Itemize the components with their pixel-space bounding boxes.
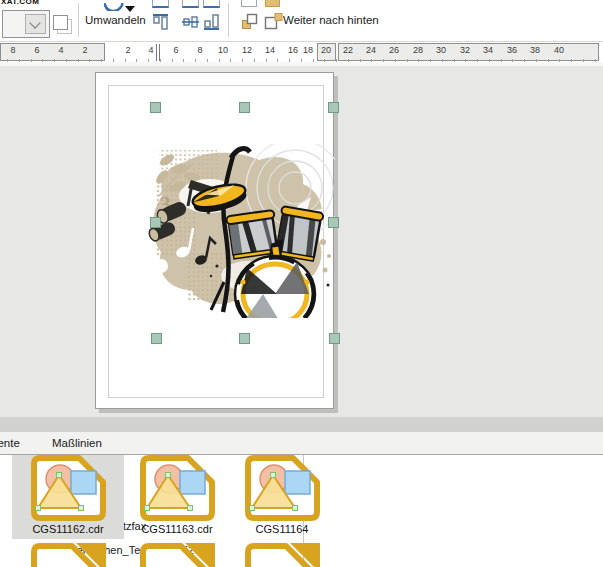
file-tile-partial[interactable] [226, 543, 338, 567]
ruler-number: 12 [242, 45, 252, 55]
umwandeln-label[interactable]: Umwandeln [85, 14, 146, 26]
ruler-number: 40 [554, 45, 564, 55]
ruler-number: 20 [321, 45, 331, 55]
file-name: CGS11164 [226, 523, 338, 535]
canvas-top-strip [0, 62, 603, 66]
chevron-down-icon [29, 17, 40, 28]
cdr-file-icon [139, 455, 215, 521]
ruler-number: 18 [303, 45, 313, 55]
tab-cut-left[interactable]: nente [0, 437, 20, 449]
file-tile[interactable]: CGS11164 [226, 455, 338, 539]
cut-toolbar-icon [265, 0, 280, 7]
selection-handle-top-right[interactable] [328, 102, 339, 113]
selection-handle-middle-left[interactable] [150, 217, 161, 228]
brand-watermark: XAT.COM [1, 0, 39, 6]
page-frame-icon [53, 15, 68, 30]
ruler-number: 10 [218, 45, 228, 55]
window-divider-band [0, 417, 603, 432]
ruler-number: 36 [507, 45, 517, 55]
toolbar-separator [78, 3, 79, 37]
ruler-number: 38 [530, 45, 540, 55]
combobox-dropdown-button[interactable] [25, 14, 46, 34]
ruler-number: 4 [58, 45, 63, 55]
ruler-number: 8 [197, 45, 202, 55]
cut-toolbar-icon [241, 0, 257, 7]
cdr-file-icon-folded [139, 543, 215, 567]
drum-illustration[interactable]: 3 [147, 144, 335, 318]
cut-toolbar-icon [182, 0, 199, 8]
selection-handle-middle-right[interactable] [328, 217, 339, 228]
ruler-number: 2 [125, 45, 130, 55]
selection-handle-bottom-left[interactable] [151, 333, 162, 344]
file-tile-partial[interactable] [121, 543, 233, 567]
cdr-file-icon [30, 455, 106, 521]
ruler-number: 32 [460, 45, 470, 55]
selection-handle-bottom-right[interactable] [329, 333, 340, 344]
selection-handle-top-middle[interactable] [239, 102, 250, 113]
property-toolbar: XAT.COM Umwandeln [0, 0, 603, 41]
dropdown-caret-icon[interactable] [125, 6, 135, 12]
ruler-number: 6 [173, 45, 178, 55]
horizontal-ruler[interactable]: 8642246810121416182022242628303234363840 [0, 41, 603, 64]
docker-tab-bar: nente Maßlinien [0, 432, 603, 455]
cut-toolbar-icon [152, 0, 169, 8]
coreldraw-window: { "toolbar": { "brand": "XAT.COM", "umwa… [0, 0, 603, 567]
tab-masslinien[interactable]: Maßlinien [52, 437, 102, 449]
selection-handle-top-left[interactable] [150, 102, 161, 113]
toolbar-separator [228, 3, 229, 37]
ruler-number: 28 [413, 45, 423, 55]
cdr-file-icon [244, 455, 320, 521]
file-name: CGS11162.cdr [12, 523, 124, 535]
align-bottom-button[interactable] [203, 13, 220, 30]
order-back-one-button[interactable] [241, 13, 258, 30]
align-top-button[interactable] [152, 13, 169, 30]
ruler-number: 2 [82, 45, 87, 55]
file-tile[interactable]: CGS11163.cdr [121, 455, 233, 539]
cut-toolbar-icon [203, 0, 220, 8]
file-browser-panel: DennisElsterFahrradFaxeViaFritzfaxFernse… [0, 455, 603, 567]
ruler-number: 34 [483, 45, 493, 55]
ruler-number: 14 [265, 45, 275, 55]
ruler-number: 22 [343, 45, 353, 55]
page-frame-button[interactable] [53, 15, 70, 32]
align-center-button[interactable] [182, 13, 199, 30]
ruler-number: 26 [389, 45, 399, 55]
file-name: CGS11163.cdr [121, 523, 233, 535]
ruler-number: 30 [436, 45, 446, 55]
ruler-number: 4 [148, 45, 153, 55]
value-combobox[interactable] [2, 10, 50, 38]
ruler-number: 6 [34, 45, 39, 55]
ruler-number: 24 [366, 45, 376, 55]
ruler-number: 16 [288, 45, 298, 55]
order-behind-button[interactable] [264, 13, 281, 30]
file-tile[interactable]: CGS11162.cdr [12, 455, 124, 539]
rotate-icon[interactable] [104, 0, 124, 11]
cdr-file-icon-folded [244, 543, 320, 567]
ruler-break-mark [156, 44, 157, 61]
weiter-nach-hinten-label[interactable]: Weiter nach hinten [283, 14, 379, 26]
file-tile-partial[interactable] [12, 543, 124, 567]
ruler-number: 8 [10, 45, 15, 55]
cdr-file-icon-folded [30, 543, 106, 567]
selection-handle-bottom-middle[interactable] [239, 333, 250, 344]
